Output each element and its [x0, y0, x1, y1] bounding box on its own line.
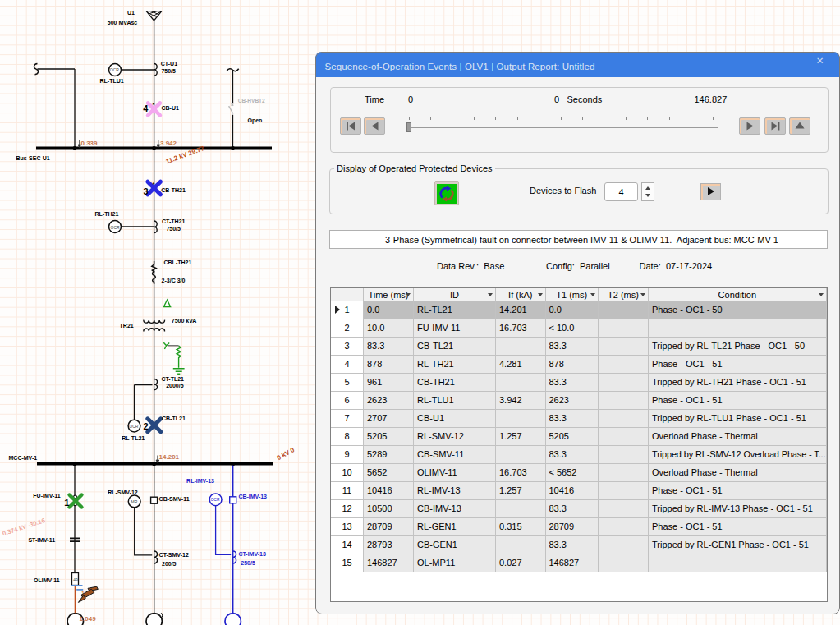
- svg-text:750/5: 750/5: [166, 226, 181, 232]
- svg-text:CB-SMV-11: CB-SMV-11: [159, 496, 190, 502]
- svg-text:1.049: 1.049: [80, 615, 97, 623]
- svg-text:OLIMV-11: OLIMV-11: [34, 577, 60, 583]
- svg-text:200/5: 200/5: [162, 561, 177, 567]
- svg-text:2-3/C 3/0: 2-3/C 3/0: [162, 278, 186, 283]
- svg-text:CT-TL21: CT-TL21: [161, 376, 184, 382]
- svg-text:OCR: OCR: [110, 67, 120, 72]
- svg-text:Open: Open: [248, 117, 263, 124]
- svg-text:RL-TL21: RL-TL21: [122, 435, 145, 441]
- svg-text:OCR: OCR: [111, 225, 121, 230]
- svg-text:CT-SMV-12: CT-SMV-12: [159, 552, 189, 558]
- svg-text:CB-TH21: CB-TH21: [161, 187, 186, 193]
- svg-text:MCC-MV-1: MCC-MV-1: [9, 455, 38, 461]
- svg-text:0.374 kV -30.16: 0.374 kV -30.16: [2, 517, 46, 537]
- svg-text:2: 2: [144, 421, 149, 431]
- svg-text:RL-SMV-12: RL-SMV-12: [108, 489, 138, 495]
- svg-text:CT-TH21: CT-TH21: [162, 218, 186, 224]
- svg-text:CB-HVBT2: CB-HVBT2: [238, 98, 265, 103]
- svg-text:CB-TL21: CB-TL21: [162, 416, 186, 421]
- svg-text:CT-IMV-13: CT-IMV-13: [238, 551, 266, 557]
- svg-text:TR21: TR21: [120, 323, 134, 329]
- svg-text:3: 3: [144, 186, 149, 196]
- svg-text:MR: MR: [131, 499, 138, 504]
- svg-text:*: *: [153, 181, 155, 188]
- svg-text:CBL-TH21: CBL-TH21: [164, 260, 192, 265]
- svg-text:7500 kVA: 7500 kVA: [172, 318, 197, 324]
- svg-text:CT-U1: CT-U1: [161, 61, 177, 67]
- svg-text:49: 49: [73, 577, 78, 582]
- svg-text:CB-U1: CB-U1: [162, 105, 179, 111]
- svg-text:1: 1: [64, 498, 69, 508]
- svg-text:4: 4: [143, 103, 149, 113]
- svg-text:ST-IMV-11: ST-IMV-11: [28, 537, 55, 543]
- svg-text:0.339: 0.339: [81, 140, 99, 147]
- svg-text:3.942: 3.942: [160, 140, 177, 147]
- svg-text:250/5: 250/5: [241, 560, 255, 566]
- svg-text:OCR: OCR: [210, 497, 220, 502]
- svg-text:RL-IMV-13: RL-IMV-13: [186, 478, 214, 484]
- svg-text:*: *: [153, 101, 155, 108]
- svg-text:CB-IMV-13: CB-IMV-13: [238, 494, 267, 499]
- svg-text:500 MVAsc: 500 MVAsc: [108, 20, 138, 25]
- svg-text:FU-IMV-11: FU-IMV-11: [33, 493, 61, 499]
- svg-text:750/5: 750/5: [161, 68, 176, 74]
- svg-text:2000/5: 2000/5: [166, 383, 184, 388]
- svg-text:RL-TLU1: RL-TLU1: [100, 78, 124, 84]
- svg-text:Bus-SEC-U1: Bus-SEC-U1: [16, 155, 50, 161]
- svg-text:U1: U1: [127, 10, 135, 16]
- svg-text:OCR: OCR: [129, 424, 139, 429]
- svg-text:RL-TH21: RL-TH21: [95, 211, 119, 217]
- svg-text:0 kV 0: 0 kV 0: [276, 446, 296, 462]
- svg-text:14.201: 14.201: [159, 453, 180, 461]
